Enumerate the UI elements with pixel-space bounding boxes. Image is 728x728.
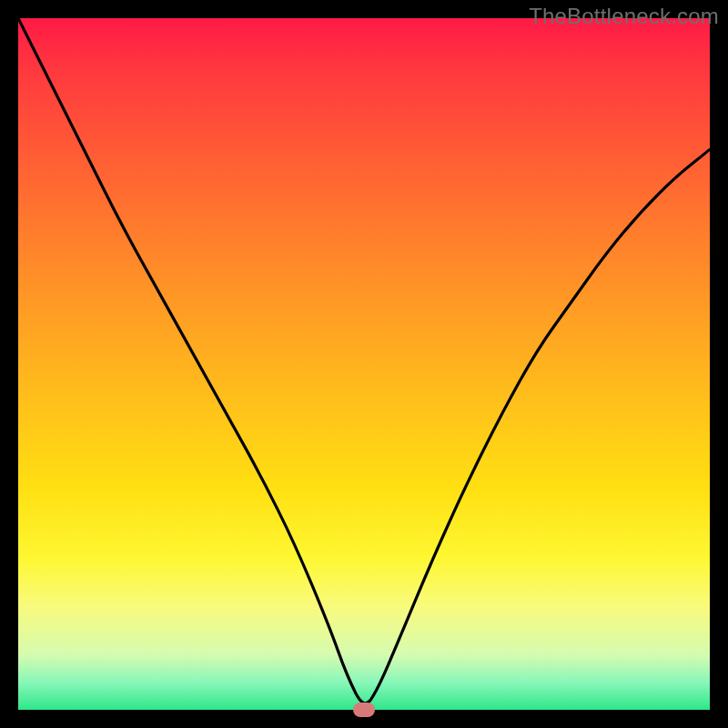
chart-container: TheBottleneck.com xyxy=(0,0,728,728)
watermark-text: TheBottleneck.com xyxy=(529,4,719,29)
curve-layer xyxy=(18,18,710,710)
plot-area xyxy=(18,18,710,710)
optimal-marker xyxy=(353,703,375,717)
bottleneck-curve xyxy=(18,18,710,703)
